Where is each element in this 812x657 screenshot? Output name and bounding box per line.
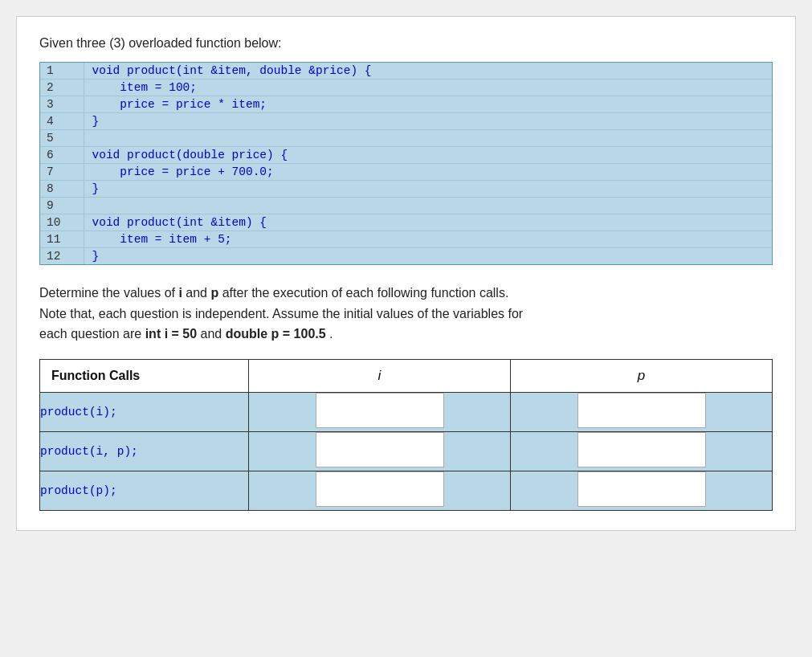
code-row-2: 2 item = 100; — [40, 80, 772, 96]
result-row-1: product(i); — [40, 392, 773, 431]
line-number-1: 1 — [40, 63, 84, 80]
input-i-1[interactable] — [316, 393, 444, 428]
answer-i-1 — [249, 392, 511, 431]
line-number-6: 6 — [40, 147, 84, 164]
code-content-2: item = 100; — [84, 80, 772, 96]
answer-p-1 — [511, 392, 773, 431]
code-table: 1void product(int &item, double &price) … — [40, 63, 772, 264]
line-number-2: 2 — [40, 80, 84, 96]
intro-text: Given three (3) overloaded function belo… — [39, 36, 773, 51]
line-number-11: 11 — [40, 231, 84, 248]
line-number-5: 5 — [40, 130, 84, 147]
input-p-3[interactable] — [577, 471, 706, 507]
answer-p-3 — [511, 471, 773, 510]
code-content-9 — [84, 198, 772, 214]
input-p-1[interactable] — [577, 393, 706, 428]
description-text: Determine the values of i and p after th… — [39, 283, 773, 345]
code-row-10: 10void product(int &item) { — [40, 214, 772, 231]
code-content-3: price = price * item; — [84, 96, 772, 113]
code-content-4: } — [84, 113, 772, 130]
col-header-function: Function Calls — [40, 359, 249, 392]
input-i-2[interactable] — [316, 432, 444, 467]
code-content-6: void product(double price) { — [84, 147, 772, 164]
input-i-3[interactable] — [316, 471, 444, 507]
code-content-12: } — [84, 248, 772, 265]
function-call-1: product(i); — [40, 392, 249, 431]
code-row-1: 1void product(int &item, double &price) … — [40, 63, 772, 80]
line-number-9: 9 — [40, 198, 84, 214]
line-number-4: 4 — [40, 113, 84, 130]
initial-i: int i = 50 — [145, 327, 197, 341]
code-row-7: 7 price = price + 700.0; — [40, 164, 772, 181]
function-call-2: product(i, p); — [40, 431, 249, 471]
var-p-label: p — [210, 286, 218, 300]
function-call-3: product(p); — [40, 471, 249, 510]
code-content-7: price = price + 700.0; — [84, 164, 772, 181]
line-number-12: 12 — [40, 248, 84, 265]
result-row-3: product(p); — [40, 471, 773, 510]
code-row-6: 6void product(double price) { — [40, 147, 772, 164]
code-content-5 — [84, 130, 772, 147]
code-content-1: void product(int &item, double &price) { — [84, 63, 772, 80]
col-header-i: i — [249, 359, 511, 392]
code-block: 1void product(int &item, double &price) … — [39, 62, 773, 265]
answer-p-2 — [511, 431, 773, 471]
code-row-3: 3 price = price * item; — [40, 96, 772, 113]
line-number-3: 3 — [40, 96, 84, 113]
code-content-8: } — [84, 181, 772, 198]
page-container: Given three (3) overloaded function belo… — [16, 16, 796, 531]
col-header-p: p — [511, 359, 773, 392]
line-number-8: 8 — [40, 181, 84, 198]
code-row-4: 4} — [40, 113, 772, 130]
code-content-11: item = item + 5; — [84, 231, 772, 248]
code-row-12: 12} — [40, 248, 772, 265]
initial-p: double p = 100.5 — [226, 327, 326, 341]
line-number-10: 10 — [40, 214, 84, 231]
result-row-2: product(i, p); — [40, 431, 773, 471]
code-row-5: 5 — [40, 130, 772, 147]
results-table: Function Calls i p product(i);product(i,… — [39, 359, 773, 511]
code-row-9: 9 — [40, 198, 772, 214]
var-i-label: i — [178, 286, 182, 300]
line-number-7: 7 — [40, 164, 84, 181]
code-content-10: void product(int &item) { — [84, 214, 772, 231]
code-row-8: 8} — [40, 181, 772, 198]
answer-i-3 — [249, 471, 511, 510]
code-row-11: 11 item = item + 5; — [40, 231, 772, 248]
answer-i-2 — [249, 431, 511, 471]
input-p-2[interactable] — [577, 432, 706, 467]
